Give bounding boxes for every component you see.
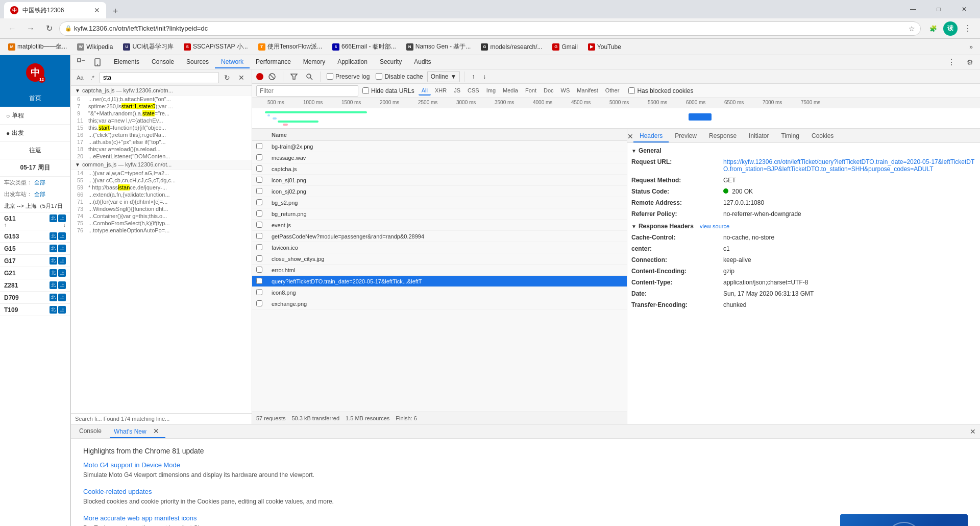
new-tab-button[interactable]: + xyxy=(108,4,122,18)
filter-type-media[interactable]: Media xyxy=(500,86,521,95)
response-headers-section-title[interactable]: ▼ Response Headers view source xyxy=(631,223,976,230)
network-row-icon8[interactable]: icon8.png xyxy=(252,287,627,298)
network-row-close-citys[interactable]: close_show_citys.jpg xyxy=(252,253,627,265)
file-line[interactable]: 55 ...){var cC,cb,cn,cH,cJ,cS,cT,dg,c... xyxy=(71,177,252,184)
blocked-cookies-checkbox[interactable]: Has blocked cookies xyxy=(628,87,693,94)
search-input[interactable] xyxy=(100,72,219,83)
search-regex-button[interactable]: .* xyxy=(87,71,97,84)
file-line[interactable]: 76 ...totype.enableOptionAutoPo=... xyxy=(71,227,252,234)
file-line[interactable]: 6 ...ner(c,d,l1);b.attachEvent("on"... xyxy=(71,95,252,103)
filter-type-font[interactable]: Font xyxy=(522,86,540,95)
file-line[interactable]: 59 * http://bassistance.de/jquery-... xyxy=(71,184,252,191)
file-line[interactable]: 9 "&"+Math.random(),a.state="re... xyxy=(71,110,252,117)
file-line[interactable]: 74 ...Container(){var g=this;this.o... xyxy=(71,212,252,220)
filter-type-doc[interactable]: Doc xyxy=(541,86,557,95)
search-network-button[interactable] xyxy=(303,71,316,82)
file-line[interactable]: 17 ...ath.abs(c)+"px";else if("top"... xyxy=(71,138,252,146)
record-button[interactable] xyxy=(256,73,263,80)
youtube-thumbnail[interactable]: ▶ new xyxy=(840,514,968,526)
network-row-exchange[interactable]: exchange.png xyxy=(252,298,627,309)
maximize-button[interactable]: □ xyxy=(927,1,950,17)
train-item-d709[interactable]: D709 北 上 xyxy=(0,292,70,304)
export-button[interactable]: ↓ xyxy=(480,71,489,82)
train-item-g15[interactable]: G15 北 上 xyxy=(0,243,70,255)
filter-type-js[interactable]: JS xyxy=(451,86,463,95)
clear-button[interactable] xyxy=(265,71,279,82)
detail-tab-headers[interactable]: Headers xyxy=(633,130,669,142)
file-group-common-header[interactable]: ▼ common_js.js — kyfw.12306.cn/ot... xyxy=(71,160,252,170)
network-row-bg-train[interactable]: bg-train@2x.png xyxy=(252,141,627,152)
throttle-select[interactable]: Online ▼ xyxy=(427,71,460,82)
row-checkbox[interactable] xyxy=(256,165,262,172)
preserve-log-input[interactable] xyxy=(327,73,333,80)
whats-new-item-title-cookies[interactable]: Cookie-related updates xyxy=(83,488,968,495)
train-item-t109[interactable]: T109 北 上 xyxy=(0,304,70,316)
bottom-tab-console[interactable]: Console xyxy=(75,425,106,438)
network-filter-input[interactable] xyxy=(256,85,358,97)
disable-cache-input[interactable] xyxy=(376,73,382,80)
file-line[interactable]: 71 ...(d){for(var c in d){dhtml×[c]=... xyxy=(71,198,252,205)
whats-new-item-title-manifest[interactable]: More accurate web app manifest icons xyxy=(83,514,832,522)
detail-tab-cookies[interactable]: Cookies xyxy=(805,130,840,142)
filter-type-other[interactable]: Other xyxy=(602,86,623,95)
address-bar[interactable]: 🔒 kyfw.12306.cn/otn/leftTicket/init?link… xyxy=(59,21,921,36)
file-line[interactable]: 7 sptime:250,isstart:1,state:0);var ... xyxy=(71,103,252,110)
bookmark-gmail[interactable]: G Gmail xyxy=(548,42,581,52)
row-checkbox[interactable] xyxy=(256,278,262,284)
device-mode-button[interactable] xyxy=(91,56,104,68)
detail-tab-preview[interactable]: Preview xyxy=(669,130,703,142)
filter-type-manifest[interactable]: Manifest xyxy=(574,86,601,95)
inspector-button[interactable] xyxy=(75,56,87,68)
network-row-bg-return[interactable]: bg_return.png xyxy=(252,208,627,220)
bottom-panel-close-button[interactable]: ✕ xyxy=(970,427,976,436)
general-section-title[interactable]: ▼ General xyxy=(631,147,976,154)
devtools-tab-audits[interactable]: Audits xyxy=(408,56,437,68)
from-station-value[interactable]: 全部 xyxy=(34,190,66,198)
tab-close-button[interactable]: ✕ xyxy=(94,7,100,14)
bookmark-youtube[interactable]: ▶ YouTube xyxy=(584,42,625,52)
detail-tab-initiator[interactable]: Initiator xyxy=(743,130,775,142)
bookmark-namso[interactable]: N Namso Gen - 基于... xyxy=(402,41,475,52)
network-row-bg-s2[interactable]: bg_s2.png xyxy=(252,197,627,208)
blocked-cookies-input[interactable] xyxy=(628,87,635,94)
devtools-tab-sources[interactable]: Sources xyxy=(180,56,215,68)
train-item-g21[interactable]: G21 北 上 xyxy=(0,267,70,279)
preserve-log-checkbox[interactable]: Preserve log xyxy=(327,73,370,80)
hide-data-urls-checkbox[interactable]: Hide data URLs xyxy=(362,87,414,94)
bookmarks-overflow-button[interactable]: » xyxy=(966,42,976,52)
search-clear-button[interactable]: ✕ xyxy=(235,71,248,84)
row-checkbox[interactable] xyxy=(256,222,262,228)
devtools-more-button[interactable]: ⋮ xyxy=(943,55,960,69)
active-tab[interactable]: 中 中国铁路12306 ✕ xyxy=(4,2,106,18)
search-refresh-button[interactable]: ↻ xyxy=(221,71,233,84)
file-line[interactable]: 75 ...ComboFromSelect(h,k){if(typ... xyxy=(71,220,252,227)
train-item-z281[interactable]: Z281 北 上 xyxy=(0,279,70,292)
train-item-g11[interactable]: G11 北 上 ↑↓ xyxy=(0,212,70,230)
network-row-icon-sj02[interactable]: icon_sj02.png xyxy=(252,186,627,197)
bookmark-matplotlib[interactable]: M matplotlib——坐... xyxy=(4,41,71,52)
network-row-passcode[interactable]: getPassCodeNew?module=passenger&rand=ran… xyxy=(252,231,627,242)
train-type-value[interactable]: 全部 xyxy=(34,179,66,186)
menu-button[interactable]: ⋮ xyxy=(960,20,976,37)
back-button[interactable]: ← xyxy=(4,20,20,37)
file-line[interactable]: 73 ...WindowsSngl(){}function dht... xyxy=(71,205,252,212)
minimize-button[interactable]: — xyxy=(901,1,925,17)
row-checkbox[interactable] xyxy=(256,188,262,194)
import-button[interactable]: ↑ xyxy=(469,71,478,82)
row-checkbox[interactable] xyxy=(256,154,262,160)
bookmark-github[interactable]: G models/research/... xyxy=(477,42,546,52)
network-row-query-selected[interactable]: query?leftTicketDTO.train_date=2020-05-1… xyxy=(252,276,627,287)
row-checkbox[interactable] xyxy=(256,233,262,239)
filter-type-all[interactable]: All xyxy=(419,86,431,95)
devtools-tab-memory[interactable]: Memory xyxy=(297,56,331,68)
network-row-icon-sj01[interactable]: icon_sj01.png xyxy=(252,175,627,186)
file-group-captcha-header[interactable]: ▼ captcha_js.js — kyfw.12306.cn/otn... xyxy=(71,86,252,95)
disable-cache-checkbox[interactable]: Disable cache xyxy=(376,73,423,80)
detail-tab-response[interactable]: Response xyxy=(703,130,743,142)
devtools-tab-console[interactable]: Console xyxy=(145,56,180,68)
devtools-tab-elements[interactable]: Elements xyxy=(108,56,145,68)
train-item-g17[interactable]: G17 北 上 xyxy=(0,255,70,267)
detail-close-x-icon[interactable]: ✕ xyxy=(627,130,633,142)
row-checkbox[interactable] xyxy=(256,244,262,250)
site-nav-depart[interactable]: ●出发 xyxy=(0,125,70,142)
